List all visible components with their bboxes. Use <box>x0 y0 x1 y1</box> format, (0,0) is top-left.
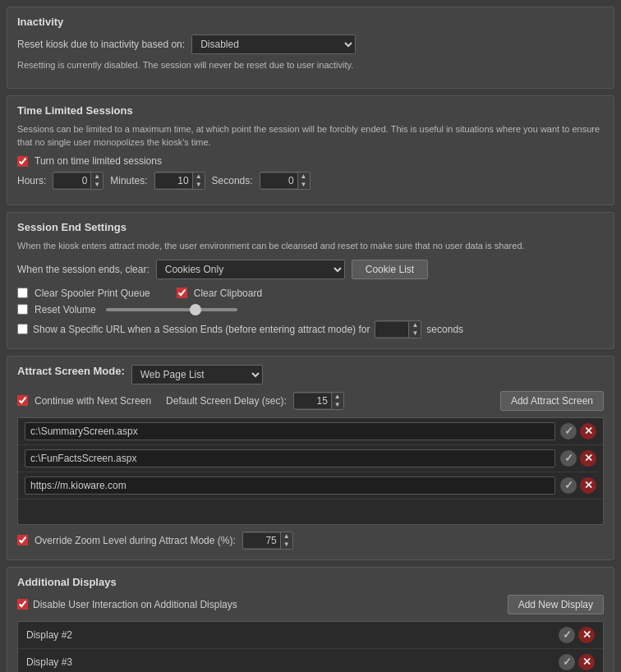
url-seconds-down[interactable]: ▼ <box>409 329 421 338</box>
zoom-input-wrapper: ▲ ▼ <box>242 532 293 550</box>
attract-screen-url-3[interactable] <box>25 476 555 495</box>
screen-1-actions: ✓ ✕ <box>560 423 596 440</box>
seconds-input-wrapper: ▲ ▼ <box>260 172 310 190</box>
inactivity-title: Inactivity <box>17 16 604 28</box>
display-3-remove-button[interactable]: ✕ <box>578 654 595 670</box>
inactivity-section: Inactivity Reset kiosk due to inactivity… <box>7 7 614 89</box>
session-end-section: Session End Settings When the kiosk ente… <box>7 212 614 348</box>
hours-label: Hours: <box>17 175 46 186</box>
reset-volume-checkbox[interactable] <box>17 304 28 315</box>
disable-interaction-label: Disable User Interaction on Additional D… <box>33 599 237 610</box>
attract-mode-select[interactable]: Web Page List Slideshow Video <box>131 365 263 384</box>
time-limited-description: Sessions can be limited to a maximum tim… <box>17 123 604 149</box>
screen-3-actions: ✓ ✕ <box>560 477 596 494</box>
additional-displays-title: Additional Displays <box>17 576 604 588</box>
display-item-3: Display #3 ✓ ✕ <box>18 649 603 672</box>
session-end-title: Session End Settings <box>17 221 604 233</box>
attract-screen-empty-area <box>18 499 603 524</box>
zoom-input[interactable] <box>243 533 280 548</box>
add-new-display-button[interactable]: Add New Display <box>508 595 604 614</box>
seconds-input[interactable] <box>260 173 297 188</box>
additional-displays-section: Additional Displays Disable User Interac… <box>7 567 614 672</box>
zoom-checkbox[interactable] <box>17 535 28 545</box>
hours-up[interactable]: ▲ <box>91 173 103 181</box>
screen-1-edit-button[interactable]: ✓ <box>560 423 577 440</box>
attract-screen-section: Attract Screen Mode: Web Page List Slide… <box>7 356 614 560</box>
url-seconds-wrapper: ▲ ▼ <box>375 320 421 338</box>
continue-next-screen-label: Continue with Next Screen <box>34 395 151 407</box>
reset-label: Reset kiosk due to inactivity based on: <box>17 39 185 50</box>
attract-mode-title: Attract Screen Mode: <box>17 365 125 377</box>
clear-spooler-checkbox[interactable] <box>17 288 28 298</box>
minutes-label: Minutes: <box>110 175 147 186</box>
attract-screen-list: ✓ ✕ ✓ ✕ ✓ ✕ <box>17 417 604 525</box>
display-3-name: Display #3 <box>26 656 72 668</box>
minutes-input-wrapper: ▲ ▼ <box>154 172 205 190</box>
display-2-name: Display #2 <box>26 629 72 641</box>
attract-screen-url-2[interactable] <box>25 449 555 467</box>
add-attract-screen-button[interactable]: Add Attract Screen <box>500 391 604 411</box>
delay-up[interactable]: ▲ <box>332 393 343 401</box>
hours-input[interactable] <box>53 173 90 188</box>
continue-next-screen-checkbox[interactable] <box>17 395 28 406</box>
delay-label: Default Screen Delay (sec): <box>166 395 287 407</box>
url-seconds-input[interactable] <box>375 322 408 337</box>
screen-2-edit-button[interactable]: ✓ <box>560 450 577 467</box>
delay-input-wrapper: ▲ ▼ <box>293 392 344 410</box>
clear-spooler-label: Clear Spooler Print Queue <box>34 288 150 299</box>
minutes-up[interactable]: ▲ <box>193 173 205 181</box>
inactivity-select[interactable]: Disabled5 minutes10 minutes15 minutes30 … <box>191 35 356 54</box>
screen-3-edit-button[interactable]: ✓ <box>560 477 577 494</box>
url-seconds-up[interactable]: ▲ <box>409 321 421 329</box>
cookie-list-button[interactable]: Cookie List <box>352 260 428 279</box>
time-limited-section: Time Limited Sessions Sessions can be li… <box>7 95 614 205</box>
reset-volume-label: Reset Volume <box>34 304 96 315</box>
time-limited-title: Time Limited Sessions <box>17 104 604 117</box>
minutes-down[interactable]: ▼ <box>193 181 205 189</box>
disable-interaction-checkbox[interactable] <box>17 599 28 610</box>
volume-slider[interactable] <box>106 308 237 311</box>
hours-input-wrapper: ▲ ▼ <box>53 172 104 190</box>
screen-3-remove-button[interactable]: ✕ <box>580 477 596 494</box>
clear-clipboard-label: Clear Clipboard <box>194 288 262 299</box>
display-2-remove-button[interactable]: ✕ <box>578 627 595 643</box>
minutes-input[interactable] <box>155 173 192 188</box>
display-3-actions: ✓ ✕ <box>559 654 595 670</box>
display-2-actions: ✓ ✕ <box>559 627 595 643</box>
attract-screen-item-2: ✓ ✕ <box>18 445 603 472</box>
zoom-label: Override Zoom Level during Attract Mode … <box>34 535 236 546</box>
time-limited-checkbox-label: Turn on time limited sessions <box>34 155 162 167</box>
attract-screen-url-1[interactable] <box>25 422 555 440</box>
show-url-checkbox[interactable] <box>17 324 28 334</box>
seconds-up[interactable]: ▲ <box>298 173 310 181</box>
seconds-label: Seconds: <box>212 175 253 186</box>
hours-down[interactable]: ▼ <box>91 181 103 189</box>
screen-1-remove-button[interactable]: ✕ <box>580 423 596 440</box>
zoom-up[interactable]: ▲ <box>281 532 292 541</box>
time-limited-checkbox[interactable] <box>17 156 28 167</box>
clear-label: When the session ends, clear: <box>17 264 150 275</box>
display-list: Display #2 ✓ ✕ Display #3 ✓ ✕ <box>17 621 604 672</box>
session-clear-select[interactable]: Cookies Only All Cookies Cache History E… <box>156 260 345 279</box>
show-url-label: Show a Specific URL when a Session Ends … <box>33 324 370 335</box>
url-seconds-label: seconds <box>426 324 463 335</box>
clear-clipboard-checkbox[interactable] <box>177 288 187 298</box>
attract-screen-item-1: ✓ ✕ <box>18 418 603 445</box>
inactivity-description: Resetting is currently disabled. The ses… <box>17 59 604 71</box>
display-3-edit-button[interactable]: ✓ <box>559 654 575 670</box>
zoom-down[interactable]: ▼ <box>281 541 292 549</box>
seconds-down[interactable]: ▼ <box>298 181 310 189</box>
display-2-edit-button[interactable]: ✓ <box>559 627 575 643</box>
session-end-description: When the kiosk enters attract mode, the … <box>17 240 604 252</box>
screen-2-remove-button[interactable]: ✕ <box>580 450 596 467</box>
delay-down[interactable]: ▼ <box>332 401 343 409</box>
attract-screen-item-3: ✓ ✕ <box>18 472 603 499</box>
screen-2-actions: ✓ ✕ <box>560 450 596 467</box>
display-item-2: Display #2 ✓ ✕ <box>18 622 603 649</box>
delay-input[interactable] <box>294 394 331 408</box>
